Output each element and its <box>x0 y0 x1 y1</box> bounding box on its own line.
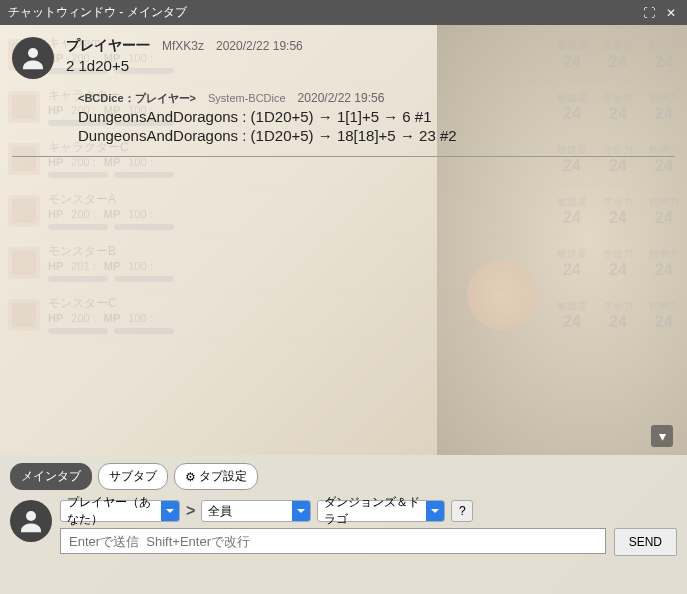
scroll-down-button[interactable]: ▾ <box>651 425 673 447</box>
help-button[interactable]: ? <box>451 500 473 522</box>
chat-message: <BCDice：プレイヤー> System-BCDice 2020/2/22 1… <box>12 91 675 144</box>
svg-point-1 <box>26 511 36 521</box>
message-text: 2 1d20+5 <box>66 57 675 74</box>
tab-settings-button[interactable]: ⚙タブ設定 <box>174 463 258 490</box>
message-author: プレイヤー一 <box>66 37 150 55</box>
message-time: 2020/2/22 19:56 <box>216 39 303 53</box>
tab-sub[interactable]: サブタブ <box>98 463 168 490</box>
chat-message: プレイヤー一 MfXK3z 2020/2/22 19:56 2 1d20+5 <box>12 37 675 79</box>
chat-area: プレイヤー一 MfXK3z 2020/2/22 19:56 2 1d20+5 <… <box>0 25 687 455</box>
message-text: DungeonsAndDoragons : (1D20+5) → 1[1]+5 … <box>78 108 675 125</box>
tab-bar: メインタブ サブタブ ⚙タブ設定 <box>10 463 677 490</box>
user-avatar <box>12 37 54 79</box>
compose-avatar <box>10 500 52 542</box>
message-prefix: <BCDice：プレイヤー> <box>78 91 196 106</box>
system-select[interactable]: ダンジョンズ＆ドラゴ <box>317 500 445 522</box>
target-select[interactable]: 全員 <box>201 500 311 522</box>
window-title: チャットウィンドウ - メインタブ <box>8 4 635 21</box>
arrow-icon: > <box>186 502 195 520</box>
titlebar: チャットウィンドウ - メインタブ ⛶ ✕ <box>0 0 687 25</box>
player-select[interactable]: プレイヤー（あなた） <box>60 500 180 522</box>
maximize-icon[interactable]: ⛶ <box>641 6 657 20</box>
divider <box>12 156 675 157</box>
svg-point-0 <box>28 48 38 58</box>
message-input[interactable] <box>60 528 606 554</box>
message-list: プレイヤー一 MfXK3z 2020/2/22 19:56 2 1d20+5 <… <box>0 25 687 455</box>
send-button[interactable]: SEND <box>614 528 677 556</box>
message-id: MfXK3z <box>162 39 204 53</box>
compose-panel: メインタブ サブタブ ⚙タブ設定 プレイヤー（あなた） > 全員 ダンジョンズ＆… <box>0 455 687 594</box>
close-icon[interactable]: ✕ <box>663 6 679 20</box>
gear-icon: ⚙ <box>185 470 196 484</box>
tab-main[interactable]: メインタブ <box>10 463 92 490</box>
message-time: 2020/2/22 19:56 <box>298 91 385 105</box>
message-text: DungeonsAndDoragons : (1D20+5) → 18[18]+… <box>78 127 675 144</box>
message-system: System-BCDice <box>208 92 286 104</box>
